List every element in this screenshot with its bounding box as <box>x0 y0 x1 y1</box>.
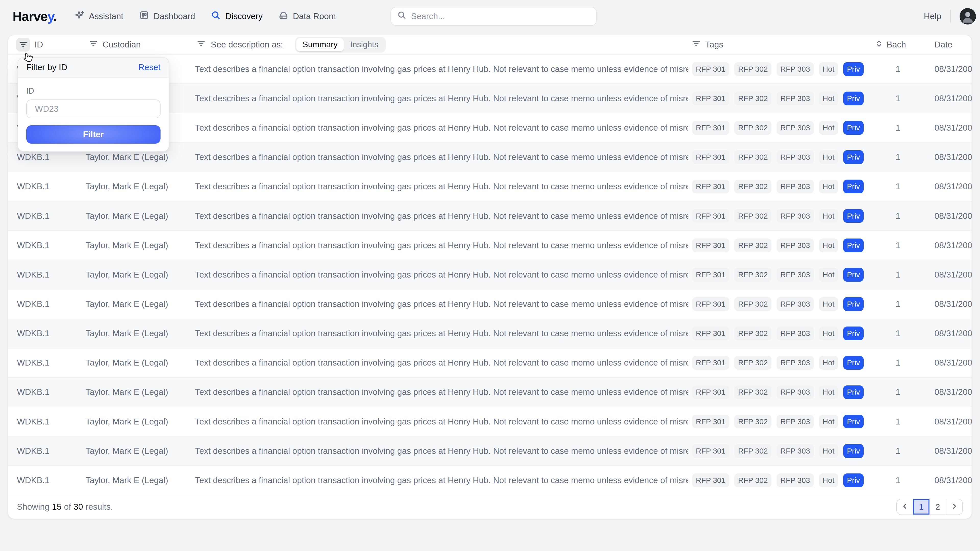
table-row[interactable]: WDKB.1 Taylor, Mark E (Legal) Text descr… <box>8 378 972 407</box>
tag-pill: Priv <box>843 444 864 458</box>
table-footer: Showing 15 of 30 results. 1 2 <box>8 495 972 519</box>
tag-pill: Priv <box>843 297 864 311</box>
description-filter-icon[interactable] <box>197 40 205 50</box>
results-summary: Showing 15 of 30 results. <box>17 502 113 512</box>
toggle-summary[interactable]: Summary <box>296 38 344 51</box>
cell-description: Text describes a financial option transa… <box>195 270 688 279</box>
cell-bach: 1 <box>870 241 926 250</box>
table-row[interactable]: WDKB.1 Taylor, Mark E (Legal) Text descr… <box>8 202 972 231</box>
tag-pill: RFP 301 <box>692 150 729 164</box>
column-label: Date <box>935 40 953 49</box>
apply-filter-button[interactable]: Filter <box>26 125 161 144</box>
tag-pill: Priv <box>843 356 864 370</box>
cell-custodian: Taylor, Mark E (Legal) <box>86 387 195 397</box>
total-count: 30 <box>73 502 83 512</box>
nav-item-assistant[interactable]: Assistant <box>74 10 123 22</box>
table-row[interactable]: WDKB.1 Taylor, Mark E (Legal) Text descr… <box>8 319 972 348</box>
cell-description: Text describes a financial option transa… <box>195 358 688 368</box>
user-avatar[interactable] <box>959 8 976 24</box>
cell-custodian: Taylor, Mark E (Legal) <box>86 417 195 427</box>
table-row[interactable]: WDKB.1 Taylor, Mark E (Legal) Text descr… <box>8 172 972 202</box>
tag-pill: RFP 303 <box>776 386 814 399</box>
tag-pill: RFP 303 <box>776 473 814 487</box>
table-row[interactable]: WDKB.1 Taylor, Mark E (Legal) Text descr… <box>8 407 972 437</box>
global-search <box>390 7 597 26</box>
pagination-page-2[interactable]: 2 <box>929 499 946 514</box>
cell-description: Text describes a financial option transa… <box>195 123 688 133</box>
cell-description: Text describes a financial option transa… <box>195 182 688 191</box>
column-header-custodian: Custodian <box>86 40 195 50</box>
cell-date: 08/31/2001 <box>926 446 972 456</box>
tag-pill: RFP 302 <box>734 268 772 282</box>
cell-tags: RFP 301RFP 302RFP 303HotPriv <box>688 62 870 76</box>
logo-accent: y <box>48 9 53 24</box>
search-icon <box>397 11 407 22</box>
table-row[interactable]: WDKB.1 Taylor, Mark E (Legal) Text descr… <box>8 437 972 466</box>
tag-pill: RFP 302 <box>734 356 772 370</box>
cell-description: Text describes a financial option transa… <box>195 417 688 427</box>
tag-pill: RFP 301 <box>692 238 729 252</box>
tag-pill: RFP 303 <box>776 297 814 311</box>
cell-custodian: Taylor, Mark E (Legal) <box>86 358 195 368</box>
sort-icon[interactable] <box>876 39 882 50</box>
nav-item-data-room[interactable]: Data Room <box>278 10 336 22</box>
column-label: Tags <box>705 40 723 49</box>
cell-id: WDKB.1 <box>8 299 86 309</box>
table-row[interactable]: WDKB.1 Taylor, Mark E (Legal) Text descr… <box>8 231 972 260</box>
toggle-insights[interactable]: Insights <box>344 38 385 51</box>
help-link[interactable]: Help <box>924 11 941 21</box>
tag-pill: RFP 303 <box>776 415 814 429</box>
tag-pill: RFP 301 <box>692 386 729 399</box>
tag-pill: RFP 302 <box>734 209 772 223</box>
tag-pill: RFP 303 <box>776 92 814 105</box>
harvey-logo[interactable]: Harvey. <box>13 9 57 24</box>
nav-label: Dashboard <box>154 11 195 21</box>
column-label: Bach <box>886 40 906 49</box>
tags-filter-icon[interactable] <box>692 40 700 50</box>
tag-pill: RFP 302 <box>734 121 772 135</box>
tag-pill: Hot <box>819 238 838 252</box>
tag-pill: Hot <box>819 297 838 311</box>
tag-pill: Hot <box>819 444 838 458</box>
tag-pill: RFP 303 <box>776 444 814 458</box>
reset-link[interactable]: Reset <box>138 62 161 72</box>
cell-id: WDKB.1 <box>8 270 86 279</box>
nav-item-discovery[interactable]: Discovery <box>211 10 262 22</box>
table-row[interactable]: WDKB.1 Taylor, Mark E (Legal) Text descr… <box>8 348 972 378</box>
cell-bach: 1 <box>870 387 926 397</box>
pagination-prev-button[interactable] <box>897 499 913 514</box>
filter-by-id-popover: Filter by ID Reset ID Filter <box>18 57 169 152</box>
cell-tags: RFP 301RFP 302RFP 303HotPriv <box>688 238 870 252</box>
cell-description: Text describes a financial option transa… <box>195 94 688 103</box>
pagination-page-1[interactable]: 1 <box>913 499 929 514</box>
nav-item-dashboard[interactable]: Dashboard <box>139 10 195 22</box>
cell-id: WDKB.1 <box>8 329 86 338</box>
cell-bach: 1 <box>870 211 926 221</box>
table-row[interactable]: WDKB.1 Taylor, Mark E (Legal) Text descr… <box>8 466 972 495</box>
cell-bach: 1 <box>870 417 926 427</box>
cell-description: Text describes a financial option transa… <box>195 387 688 397</box>
tag-pill: Hot <box>819 179 838 193</box>
cell-bach: 1 <box>870 123 926 133</box>
tag-pill: Hot <box>819 62 838 76</box>
id-filter-input[interactable] <box>26 100 161 118</box>
nav-label: Data Room <box>293 11 336 21</box>
tag-pill: Priv <box>843 268 864 282</box>
showing-count: 15 <box>52 502 62 512</box>
table-row[interactable]: WDKB.1 Taylor, Mark E (Legal) Text descr… <box>8 260 972 289</box>
cell-id: WDKB.1 <box>8 152 86 162</box>
tag-pill: RFP 301 <box>692 444 729 458</box>
id-filter-button[interactable] <box>16 38 30 52</box>
pagination-next-button[interactable] <box>946 499 962 514</box>
cell-custodian: Taylor, Mark E (Legal) <box>86 241 195 250</box>
cell-tags: RFP 301RFP 302RFP 303HotPriv <box>688 386 870 399</box>
column-header-description: See description as: Summary Insights <box>195 37 688 52</box>
tag-pill: RFP 303 <box>776 179 814 193</box>
cell-tags: RFP 301RFP 302RFP 303HotPriv <box>688 209 870 223</box>
tag-pill: RFP 301 <box>692 356 729 370</box>
custodian-filter-icon[interactable] <box>89 40 97 50</box>
cell-bach: 1 <box>870 182 926 191</box>
cell-tags: RFP 301RFP 302RFP 303HotPriv <box>688 444 870 458</box>
table-row[interactable]: WDKB.1 Taylor, Mark E (Legal) Text descr… <box>8 289 972 319</box>
search-input[interactable] <box>411 11 590 21</box>
